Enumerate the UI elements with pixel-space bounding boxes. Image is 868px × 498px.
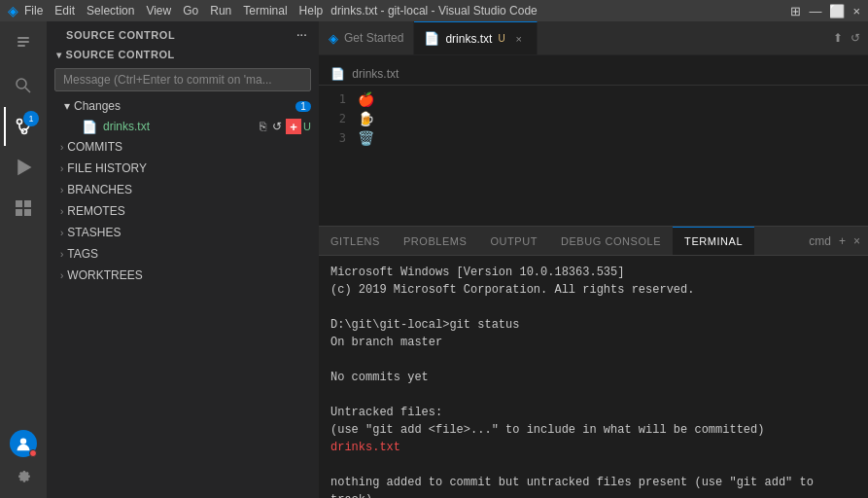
commit-message-input[interactable] — [54, 68, 311, 91]
sidebar-item-branches[interactable]: › BRANCHES — [47, 179, 319, 200]
activity-source-control[interactable]: 1 — [4, 107, 43, 146]
panel-tab-terminal[interactable]: TERMINAL — [673, 227, 754, 255]
svg-line-4 — [25, 88, 30, 92]
notification-dot — [29, 449, 37, 457]
source-control-label: SOURCE CONTROL — [66, 49, 175, 60]
open-file-icon[interactable]: ⎘ — [258, 119, 268, 134]
remotes-label: REMOTES — [67, 204, 124, 218]
tab-modified-indicator: U — [498, 33, 504, 44]
terminal-content[interactable]: Microsoft Windows [Version 10.0.18363.53… — [319, 256, 868, 498]
discard-changes-icon[interactable]: ↺ — [270, 119, 284, 134]
main-layout: 1 SOURCE CONTROL ··· ▾ — [0, 21, 868, 498]
output-label: OUTPUT — [490, 235, 538, 247]
terminal-label: TERMINAL — [684, 235, 743, 247]
tab-drinks-txt[interactable]: 📄 drinks.txt U × — [414, 21, 537, 54]
activity-extensions[interactable] — [4, 189, 43, 228]
file-status-label: U — [303, 121, 311, 132]
code-line-3: 3 🗑️ — [319, 128, 868, 148]
line-content-2: 🍺 — [358, 111, 374, 126]
sidebar-header-icons: ··· — [296, 29, 307, 41]
menu-run[interactable]: Run — [210, 4, 231, 18]
terminal-line-4: On branch master — [330, 334, 856, 351]
minimize-icon[interactable]: — — [809, 4, 821, 18]
more-actions-icon[interactable]: ··· — [296, 29, 307, 41]
file-type-icon: 📄 — [82, 120, 97, 134]
user-avatar[interactable] — [10, 430, 37, 457]
maximize-icon[interactable]: ⬜ — [829, 4, 845, 18]
titlebar-menu: File Edit Selection View Go Run Terminal… — [24, 4, 323, 18]
terminal-line-1: (c) 2019 Microsoft Corporation. All righ… — [330, 281, 856, 299]
svg-point-5 — [17, 120, 22, 124]
panel-tab-debug[interactable]: DEBUG CONSOLE — [549, 227, 673, 255]
svg-rect-10 — [24, 200, 31, 207]
svg-rect-11 — [16, 209, 22, 216]
terminal-instance-label: cmd — [809, 234, 831, 248]
get-started-tab-icon: ◈ — [329, 31, 338, 46]
file-item-drinks[interactable]: 📄 drinks.txt ⎘ ↺ + U — [47, 117, 319, 136]
source-control-section: ▾ SOURCE CONTROL — [47, 45, 319, 95]
terminal-text-3: D:\git\git-local>git status — [330, 318, 519, 332]
panel-tab-problems[interactable]: PROBLEMS — [392, 227, 479, 255]
code-line-2: 2 🍺 — [319, 109, 868, 128]
sidebar-item-worktrees[interactable]: › WORKTREES — [47, 265, 319, 286]
line-content-1: 🍎 — [358, 91, 374, 107]
sidebar-item-remotes[interactable]: › REMOTES — [47, 200, 319, 222]
terminal-line-0: Microsoft Windows [Version 10.0.18363.53… — [330, 264, 856, 281]
menu-selection[interactable]: Selection — [87, 4, 134, 18]
changes-header[interactable]: ▾ Changes 1 — [47, 95, 319, 117]
menu-help[interactable]: Help — [299, 4, 324, 18]
svg-rect-9 — [16, 200, 22, 207]
menu-edit[interactable]: Edit — [54, 4, 75, 18]
svg-rect-0 — [17, 37, 29, 39]
editor-layout-icon[interactable]: ⬆ — [833, 31, 843, 45]
sidebar-title: SOURCE CONTROL — [66, 29, 175, 41]
activity-explorer[interactable] — [4, 25, 43, 64]
panel-tab-output[interactable]: OUTPUT — [478, 227, 549, 255]
window-controls[interactable]: ⊞ — ⬜ × — [790, 4, 860, 18]
sidebar: SOURCE CONTROL ··· ▾ SOURCE CONTROL ▾ Ch… — [47, 21, 319, 498]
panel-close-icon[interactable]: × — [853, 234, 860, 248]
line-number-2: 2 — [319, 112, 358, 125]
tab-get-started[interactable]: ◈ Get Started — [319, 21, 414, 54]
commit-input-container — [47, 64, 319, 95]
terminal-text-4: On branch master — [330, 336, 442, 349]
terminal-text-0: Microsoft Windows [Version 10.0.18363.53… — [330, 266, 624, 279]
file-history-label: FILE HISTORY — [67, 161, 147, 175]
sidebar-item-file-history[interactable]: › FILE HISTORY — [47, 158, 319, 179]
file-history-chevron-icon: › — [60, 163, 63, 174]
layout-icon[interactable]: ⊞ — [790, 4, 801, 18]
line-content-3: 🗑️ — [358, 130, 374, 146]
sidebar-item-stashes[interactable]: › STASHES — [47, 222, 319, 243]
tab-bar: ◈ Get Started 📄 drinks.txt U × ⬆ ↺ — [319, 21, 868, 55]
sidebar-item-tags[interactable]: › TAGS — [47, 243, 319, 265]
new-terminal-icon[interactable]: + — [839, 234, 846, 248]
window-title: drinks.txt - git-local - Visual Studio C… — [330, 4, 538, 18]
menu-view[interactable]: View — [146, 4, 171, 18]
changes-header-right: 1 — [295, 101, 311, 112]
terminal-line-10: drinks.txt — [330, 439, 856, 456]
settings-icon[interactable] — [4, 459, 43, 490]
drinks-tab-icon: 📄 — [424, 31, 439, 46]
menu-file[interactable]: File — [24, 4, 43, 18]
terminal-line-6: No commits yet — [330, 369, 856, 386]
activity-run[interactable] — [4, 148, 43, 187]
tab-close-button[interactable]: × — [511, 33, 527, 45]
editor-more-icon[interactable]: ↺ — [851, 31, 860, 45]
remotes-chevron-icon: › — [60, 206, 63, 217]
menu-terminal[interactable]: Terminal — [243, 4, 287, 18]
activity-search[interactable] — [4, 66, 43, 105]
menu-go[interactable]: Go — [183, 4, 198, 18]
source-control-section-header[interactable]: ▾ SOURCE CONTROL — [47, 45, 319, 64]
code-line-1: 1 🍎 — [319, 89, 868, 109]
terminal-text-6: No commits yet — [330, 371, 429, 384]
tags-label: TAGS — [67, 247, 98, 261]
editor-filename-label: drinks.txt — [352, 67, 399, 81]
changes-header-left: ▾ Changes — [64, 99, 121, 113]
stage-changes-button[interactable]: + — [286, 119, 301, 134]
svg-point-13 — [20, 438, 26, 444]
panel-tab-gitlens[interactable]: GITLENS — [319, 227, 392, 255]
close-icon[interactable]: × — [852, 4, 860, 18]
sidebar-item-commits[interactable]: › COMMITS — [47, 136, 319, 158]
branches-chevron-icon: › — [60, 185, 63, 196]
editor-file-icon: 📄 — [330, 67, 345, 81]
